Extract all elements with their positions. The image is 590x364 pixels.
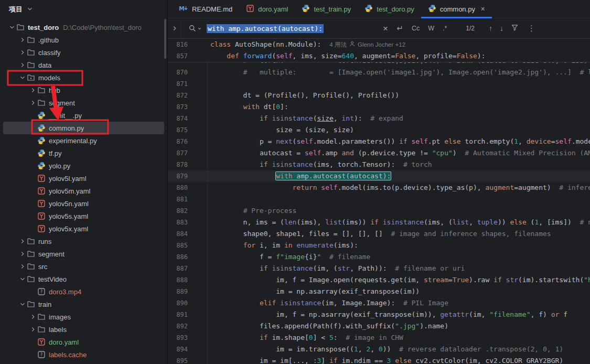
next-occurrence-button[interactable]: ↓ — [500, 24, 503, 33]
code-text[interactable]: if im.shape[0] < 5: # image in CHW — [208, 332, 590, 344]
tree-item-data[interactable]: data — [3, 59, 164, 71]
tree-item-yolov5x-yaml[interactable]: yolov5x.yaml — [3, 222, 164, 235]
code-text[interactable]: autocast = self.amp and (p.device.type !… — [208, 147, 590, 159]
tree-item--github[interactable]: .github — [3, 34, 164, 46]
code-text[interactable]: # multiple: = [Image.open('image1.jpg'),… — [208, 67, 590, 78]
code-text[interactable]: class AutoShape(nn.Module):4 用法Glenn Joc… — [208, 39, 590, 50]
code-text[interactable]: im = im[..., :3] if im.ndim == 3 else cv… — [208, 355, 590, 364]
match-case-button[interactable]: Cc — [412, 25, 420, 32]
newline-icon[interactable]: ↵ — [396, 24, 403, 33]
whole-words-button[interactable]: W — [428, 25, 434, 32]
code-text[interactable]: elif isinstance(im, Image.Image): # PIL … — [208, 297, 590, 309]
code-text[interactable]: with dt[0]: — [208, 101, 590, 113]
tree-item-images[interactable]: images — [3, 311, 164, 323]
chevron-closed-icon[interactable] — [28, 87, 37, 94]
tree-item-tf-py[interactable]: tf.py — [3, 147, 164, 159]
code-text[interactable]: for i, im in enumerate(ims): — [208, 240, 590, 251]
code-vision-hint[interactable]: 4 用法Glenn Jocher +12 — [329, 39, 405, 50]
search-input[interactable]: with amp.autocast(autocast): — [207, 24, 324, 33]
author-hint[interactable]: Glenn Jocher +12 — [358, 39, 405, 50]
tree-item-train[interactable]: train — [3, 298, 164, 311]
tree-item-experimental-py[interactable]: experimental.py — [3, 134, 164, 147]
close-tab-icon[interactable]: ✕ — [480, 6, 485, 13]
tree-scrollbar-thumb[interactable] — [164, 19, 166, 59]
tab-test-doro-py[interactable]: test_doro.py — [358, 0, 421, 18]
code-line-883: 883 n, ims = (len(ims), list(ims)) if is… — [168, 217, 590, 228]
tree-item-segment[interactable]: segment — [3, 248, 164, 260]
project-tool-window-header[interactable]: 项目 — [0, 0, 167, 16]
chevron-open-icon[interactable] — [7, 24, 16, 31]
tree-item-yolov5n-yaml[interactable]: yolov5n.yaml — [3, 197, 164, 210]
tree-item-labels[interactable]: labels — [3, 323, 164, 336]
tree-item-yolov5s-yaml[interactable]: yolov5s.yaml — [3, 210, 164, 222]
code-text[interactable]: shape0, shape1, files = [], [], [] # ima… — [208, 228, 590, 240]
tree-item-testvideo[interactable]: testVideo — [3, 273, 164, 285]
chevron-open-icon[interactable] — [18, 74, 27, 81]
chevron-closed-icon[interactable] — [18, 49, 27, 56]
chevron-closed-icon[interactable] — [18, 238, 27, 245]
line-number: 876 — [168, 136, 188, 147]
code-text[interactable]: if isinstance(ims, torch.Tensor): # torc… — [208, 159, 590, 170]
tree-item-doro-yaml[interactable]: doro.yaml — [3, 336, 164, 348]
chevron-closed-icon[interactable] — [28, 313, 37, 320]
tree-item-test-doro[interactable]: test_doroD:\Code\Python\test_doro — [3, 21, 164, 34]
chevron-open-icon[interactable] — [18, 275, 27, 283]
code-text[interactable]: f = f"image{i}" # filename — [208, 251, 590, 263]
tree-item-labels-cache[interactable]: ?labels.cache — [3, 348, 164, 361]
code-text[interactable]: with amp.autocast(autocast): — [208, 170, 590, 182]
tree-item-doro3-mp4[interactable]: ?doro3.mp4 — [3, 285, 164, 298]
code-text[interactable] — [208, 78, 590, 90]
search-history-caret-icon[interactable] — [197, 24, 202, 33]
tree-item-common-py[interactable]: common.py — [3, 122, 164, 134]
code-text[interactable]: size = (size, size) — [208, 124, 590, 136]
code-text[interactable]: # torch: = torch.zeros(16,3,320,640) # B… — [208, 62, 590, 67]
line-number: 886 — [168, 251, 188, 263]
previous-occurrence-button[interactable]: ↑ — [489, 24, 492, 33]
code-text[interactable]: if isinstance(im, (str, Path)): # filena… — [208, 263, 590, 274]
tree-item-yolov5m-yaml[interactable]: yolov5m.yaml — [3, 185, 164, 197]
chevron-closed-icon[interactable] — [18, 36, 27, 44]
code-text[interactable]: if isinstance(size, int): # expand — [208, 113, 590, 124]
tab-test-train-py[interactable]: test_train.py — [295, 0, 358, 18]
search-icon[interactable] — [188, 24, 197, 33]
filter-icon[interactable] — [511, 24, 519, 33]
code-text[interactable]: im = im.transpose((1, 2, 0)) # reverse d… — [208, 344, 590, 355]
code-text[interactable]: im, f = Image.open(requests.get(im, stre… — [208, 274, 590, 286]
code-text[interactable]: def forward(self, ims, size=640, augment… — [208, 50, 590, 62]
tab-common-py[interactable]: common.py✕ — [421, 0, 492, 18]
more-options-icon[interactable]: ⋮ — [528, 24, 536, 33]
tree-item--init-py[interactable]: __init__.py — [3, 109, 164, 122]
tree-item-src[interactable]: src — [3, 260, 164, 273]
tab-readme-md[interactable]: MREADME.md — [172, 0, 239, 18]
tree-item-hub[interactable]: hub — [3, 84, 164, 97]
expand-search-icon[interactable] — [168, 18, 181, 38]
code-text[interactable]: files.append(Path(f).with_suffix(".jpg")… — [208, 320, 590, 332]
tree-item-segment[interactable]: segment — [3, 97, 164, 109]
code-text[interactable]: im = np.asarray(exif_transpose(im)) — [208, 286, 590, 297]
code-text[interactable]: im, f = np.asarray(exif_transpose(im)), … — [208, 309, 590, 320]
code-text[interactable]: return self.model(ims.to(p.device).type_… — [208, 182, 590, 194]
chevron-closed-icon[interactable] — [28, 326, 37, 333]
tree-item-classify[interactable]: classify — [3, 46, 164, 59]
code-viewport[interactable]: # torch: = torch.zeros(16,3,320,640) # B… — [168, 62, 590, 364]
tree-item-models[interactable]: models — [3, 71, 164, 84]
code-text[interactable]: # Pre-process — [208, 205, 590, 217]
usages-hint[interactable]: 4 用法 — [329, 39, 347, 50]
chevron-closed-icon[interactable] — [28, 99, 37, 106]
tree-item-yolov5l-yaml[interactable]: yolov5l.yaml — [3, 172, 164, 185]
code-text[interactable]: n, ims = (len(ims), list(ims)) if isinst… — [208, 217, 590, 228]
code-text[interactable]: dt = (Profile(), Profile(), Profile()) — [208, 90, 590, 101]
chevron-closed-icon[interactable] — [18, 263, 27, 270]
code-text[interactable]: p = next(self.model.parameters()) if sel… — [208, 136, 590, 147]
clear-search-icon[interactable]: ✕ — [383, 25, 388, 33]
tab-doro-yaml[interactable]: doro.yaml — [239, 0, 295, 18]
chevron-closed-icon[interactable] — [18, 250, 27, 258]
chevron-open-icon[interactable] — [18, 301, 27, 308]
gutter — [188, 78, 208, 90]
regex-button[interactable]: .* — [443, 25, 447, 32]
chevron-closed-icon[interactable] — [18, 61, 27, 69]
code-text[interactable] — [208, 194, 590, 205]
tree-item-yolo-py[interactable]: yolo.py — [3, 159, 164, 172]
tree-item-runs[interactable]: runs — [3, 235, 164, 248]
chevron-down-icon[interactable] — [26, 5, 34, 14]
